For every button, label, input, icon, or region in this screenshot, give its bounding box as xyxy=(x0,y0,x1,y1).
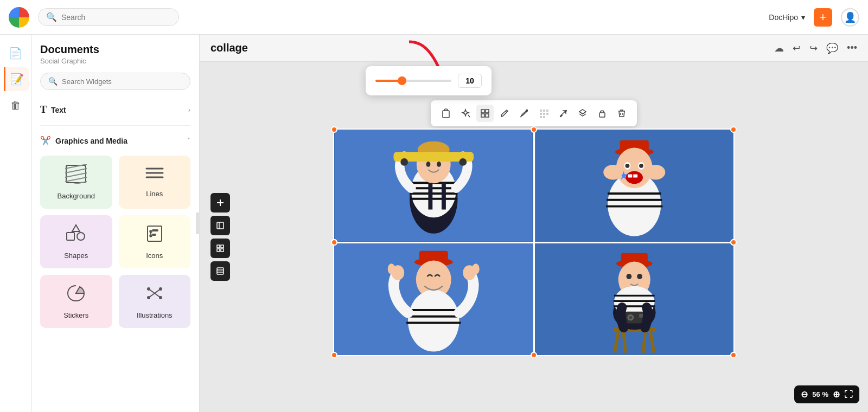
search-bar[interactable]: 🔍 xyxy=(38,8,179,26)
svg-point-119 xyxy=(629,316,632,319)
search-input[interactable] xyxy=(61,13,171,22)
background-label: Background xyxy=(58,192,95,200)
comment-icon[interactable]: 💬 xyxy=(826,42,838,54)
svg-point-122 xyxy=(637,274,642,279)
selection-handle-tm[interactable] xyxy=(531,126,537,133)
collage-cell-bottom-left[interactable] xyxy=(334,243,533,356)
selection-handle-mid-right[interactable] xyxy=(730,239,737,246)
selection-handle-tr[interactable] xyxy=(730,126,737,133)
avatar[interactable]: 👤 xyxy=(841,8,859,27)
search-widgets-icon: 🔍 xyxy=(48,77,58,86)
lock-tool[interactable] xyxy=(593,105,611,122)
spacing-value[interactable]: 10 xyxy=(458,74,482,88)
delete-tool[interactable] xyxy=(613,105,630,122)
document-title[interactable]: collage xyxy=(210,42,248,54)
collage-cell-bottom-right[interactable] xyxy=(535,243,734,356)
widget-grid: Background Lines Shapes xyxy=(40,156,190,328)
style-tool[interactable] xyxy=(515,105,533,122)
svg-rect-49 xyxy=(546,113,548,115)
sidebar-item-documents[interactable]: 📄 xyxy=(4,41,28,65)
widget-stickers[interactable]: Stickers xyxy=(40,275,112,328)
svg-rect-15 xyxy=(152,234,156,236)
svg-rect-84 xyxy=(633,175,637,178)
collage-cell-top-right[interactable] xyxy=(535,130,734,242)
svg-point-21 xyxy=(159,296,162,299)
chevron-down-icon: ▾ xyxy=(801,13,805,22)
link-tool[interactable] xyxy=(554,105,572,122)
fullscreen-button[interactable]: ⛶ xyxy=(844,390,853,400)
svg-line-107 xyxy=(623,332,625,352)
layers-tool[interactable] xyxy=(574,105,591,122)
svg-rect-50 xyxy=(540,116,542,118)
svg-rect-39 xyxy=(486,110,489,113)
brand-dropdown[interactable]: DocHipo ▾ xyxy=(769,13,805,22)
page-button[interactable] xyxy=(210,261,230,281)
svg-point-88 xyxy=(639,164,643,168)
collage-frame[interactable] xyxy=(333,128,735,356)
widget-illustrations[interactable]: Illustrations xyxy=(119,275,191,328)
zoom-out-button[interactable]: ⊖ xyxy=(801,389,808,400)
svg-line-4 xyxy=(65,177,87,182)
lines-label: Lines xyxy=(146,190,163,198)
selection-handle-mid-left[interactable] xyxy=(331,239,337,246)
widget-shapes[interactable]: Shapes xyxy=(40,215,112,268)
add-button[interactable]: + xyxy=(814,8,832,27)
magic-tool[interactable] xyxy=(457,105,474,122)
resize-button[interactable] xyxy=(210,216,230,235)
background-icon xyxy=(65,164,87,188)
more-options-icon[interactable]: ••• xyxy=(847,42,857,54)
canvas-left-controls xyxy=(210,193,230,281)
selection-handle-tl[interactable] xyxy=(331,126,337,133)
pattern-tool[interactable] xyxy=(535,105,552,122)
selection-handle-bl[interactable] xyxy=(331,352,337,358)
text-section-header[interactable]: T Text › xyxy=(40,99,190,121)
search-icon: 🔍 xyxy=(46,12,57,22)
search-widgets-bar[interactable]: 🔍 xyxy=(40,73,190,90)
selection-handle-bm[interactable] xyxy=(531,352,537,358)
widget-lines[interactable]: Lines xyxy=(119,156,191,209)
svg-point-101 xyxy=(388,263,395,274)
document-icon: 📄 xyxy=(9,47,22,60)
add-element-button[interactable] xyxy=(210,193,230,213)
svg-rect-53 xyxy=(599,113,605,117)
svg-point-70 xyxy=(426,162,430,167)
svg-point-43 xyxy=(526,110,528,112)
svg-line-2 xyxy=(65,169,87,173)
svg-line-42 xyxy=(506,111,507,112)
graphics-chevron-icon: ˅ xyxy=(187,137,190,145)
svg-line-52 xyxy=(561,112,565,115)
sidebar-item-trash[interactable]: 🗑 xyxy=(4,93,28,117)
selection-handle-br[interactable] xyxy=(730,352,737,358)
collapse-panel-button[interactable]: ‹ xyxy=(196,213,200,234)
redo-icon[interactable]: ↪ xyxy=(809,42,818,54)
svg-line-108 xyxy=(643,332,644,352)
grid-view-button[interactable] xyxy=(210,239,230,258)
svg-point-10 xyxy=(77,233,85,240)
graphics-section-icon: ✂️ xyxy=(40,136,51,146)
svg-rect-41 xyxy=(486,114,489,117)
svg-rect-44 xyxy=(540,110,542,112)
brand-name: DocHipo xyxy=(769,13,798,22)
widget-background[interactable]: Background xyxy=(40,156,112,209)
stickers-label: Stickers xyxy=(63,311,88,319)
navbar-right: DocHipo ▾ + 👤 xyxy=(769,8,859,27)
divider-1 xyxy=(40,125,190,126)
undo-icon[interactable]: ↩ xyxy=(793,42,801,54)
collage-wrapper[interactable]: 10 xyxy=(333,128,735,356)
svg-rect-83 xyxy=(628,175,632,178)
search-widgets-input[interactable] xyxy=(62,78,182,86)
zoom-in-button[interactable]: ⊕ xyxy=(833,389,840,400)
canvas-content: 10 xyxy=(200,62,868,412)
spacing-slider[interactable] xyxy=(375,80,451,82)
paste-tool[interactable] xyxy=(437,105,455,122)
widget-icons[interactable]: Icons xyxy=(119,215,191,268)
stickers-icon xyxy=(66,284,86,307)
collage-cell-top-left[interactable] xyxy=(334,130,533,242)
grid-tool[interactable] xyxy=(476,105,494,122)
sidebar-item-editor[interactable]: 📝 xyxy=(4,67,29,91)
app-logo[interactable] xyxy=(9,7,29,28)
cloud-save-icon[interactable]: ☁ xyxy=(774,42,784,54)
graphics-section-header[interactable]: ✂️ Graphics and Media ˅ xyxy=(40,130,190,151)
text-section-label: Text xyxy=(51,106,66,114)
edit-tool[interactable] xyxy=(496,105,513,122)
